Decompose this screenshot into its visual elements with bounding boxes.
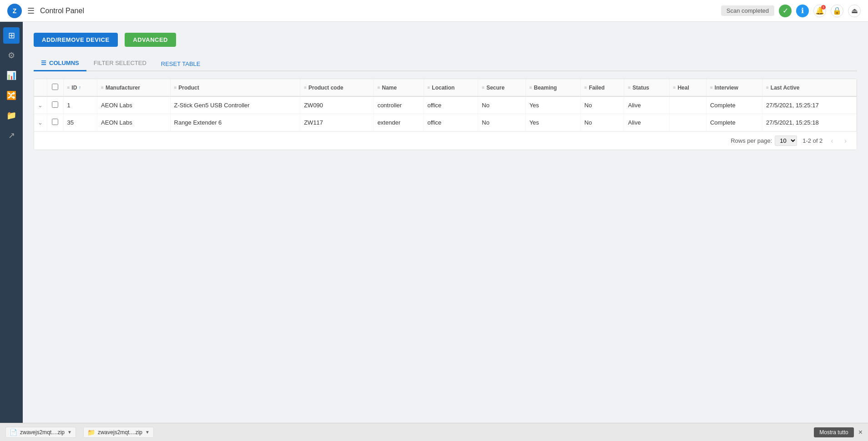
row-select-checkbox-0[interactable] bbox=[52, 101, 58, 108]
col-secure[interactable]: ≡ Secure bbox=[478, 79, 525, 96]
check-icon[interactable]: ✓ bbox=[779, 5, 792, 17]
secure-filter-icon: ≡ bbox=[482, 85, 484, 90]
device-table: ≡ ID ↑ ≡ Manufacturer bbox=[34, 79, 857, 131]
next-page-button[interactable]: › bbox=[842, 136, 849, 146]
add-remove-device-button[interactable]: ADD/REMOVE DEVICE bbox=[34, 33, 118, 47]
sidebar-item-share[interactable]: ↗ bbox=[3, 127, 20, 144]
sidebar-item-files[interactable]: 📁 bbox=[3, 107, 20, 124]
col-expand bbox=[34, 79, 47, 96]
row-status-0: Alive bbox=[624, 96, 669, 114]
location-filter-icon: ≡ bbox=[428, 85, 430, 90]
col-failed-label: Failed bbox=[589, 85, 605, 91]
download-icon-1: 📄 bbox=[10, 429, 17, 436]
row-heal-0 bbox=[669, 96, 706, 114]
col-interview[interactable]: ≡ Interview bbox=[706, 79, 762, 96]
col-manufacturer[interactable]: ≡ Manufacturer bbox=[97, 79, 170, 96]
row-heal-1 bbox=[669, 114, 706, 131]
download-item-1[interactable]: 📄 zwavejs2mqt....zip ▼ bbox=[5, 427, 76, 438]
table-row: ⌄ 35 AEON Labs Range Extender 6 ZW117 ex… bbox=[34, 114, 857, 131]
row-failed-0: No bbox=[580, 96, 624, 114]
notification-badge: 1 bbox=[821, 5, 826, 10]
bottombar-close-button[interactable]: × bbox=[858, 428, 863, 436]
pagination-row: Rows per page: 10 25 50 1-2 of 2 ‹ › bbox=[34, 131, 857, 150]
product-code-filter-icon: ≡ bbox=[304, 85, 307, 90]
row-secure-0: No bbox=[478, 96, 525, 114]
col-product-code[interactable]: ≡ Product code bbox=[300, 79, 373, 96]
sidebar-item-analytics[interactable]: 📊 bbox=[3, 67, 20, 84]
row-product-1: Range Extender 6 bbox=[170, 114, 300, 131]
lock-icon[interactable]: 🔒 bbox=[831, 5, 843, 17]
sidebar: ⊞ ⚙ 📊 🔀 📁 ↗ bbox=[0, 22, 23, 423]
last-active-filter-icon: ≡ bbox=[766, 85, 769, 90]
col-beaming-label: Beaming bbox=[534, 85, 557, 91]
prev-page-button[interactable]: ‹ bbox=[828, 136, 836, 146]
mostra-tutto-button[interactable]: Mostra tutto bbox=[814, 427, 853, 437]
row-location-0: office bbox=[424, 96, 478, 114]
row-last-active-1: 27/5/2021, 15:25:18 bbox=[762, 114, 856, 131]
row-manufacturer-0: AEON Labs bbox=[97, 96, 170, 114]
topbar-right: Scan completed ✓ ℹ 🔔 1 🔒 ⏏ bbox=[721, 5, 861, 17]
col-last-active-label: Last Active bbox=[771, 85, 800, 91]
row-checkbox-1[interactable] bbox=[47, 114, 63, 131]
filter-selected-tab[interactable]: FILTER SELECTED bbox=[86, 56, 154, 71]
row-name-1: extender bbox=[373, 114, 424, 131]
col-secure-label: Secure bbox=[486, 85, 505, 91]
row-interview-0: Complete bbox=[706, 96, 762, 114]
col-beaming[interactable]: ≡ Beaming bbox=[525, 79, 580, 96]
table-row: ⌄ 1 AEON Labs Z-Stick Gen5 USB Controlle… bbox=[34, 96, 857, 114]
row-secure-1: No bbox=[478, 114, 525, 131]
sidebar-item-settings[interactable]: ⚙ bbox=[3, 47, 20, 64]
row-location-1: office bbox=[424, 114, 478, 131]
col-checkbox-header[interactable] bbox=[47, 79, 63, 96]
col-interview-label: Interview bbox=[715, 85, 738, 91]
id-sort-icon[interactable]: ↑ bbox=[79, 85, 81, 90]
col-status[interactable]: ≡ Status bbox=[624, 79, 669, 96]
advanced-button[interactable]: ADVANCED bbox=[125, 33, 176, 47]
col-last-active[interactable]: ≡ Last Active bbox=[762, 79, 856, 96]
row-select-checkbox-1[interactable] bbox=[52, 119, 58, 125]
row-status-1: Alive bbox=[624, 114, 669, 131]
col-id[interactable]: ≡ ID ↑ bbox=[63, 79, 97, 96]
product-filter-icon: ≡ bbox=[174, 85, 177, 90]
reset-table-button[interactable]: RESET TABLE bbox=[154, 57, 208, 71]
exit-icon[interactable]: ⏏ bbox=[848, 5, 861, 17]
row-id-1: 35 bbox=[63, 114, 97, 131]
rows-per-page-label: Rows per page: 10 25 50 bbox=[731, 135, 797, 146]
id-filter-icon: ≡ bbox=[67, 85, 70, 90]
row-expand-1[interactable]: ⌄ bbox=[34, 114, 47, 131]
beaming-filter-icon: ≡ bbox=[530, 85, 532, 90]
app-logo[interactable]: Z bbox=[7, 4, 22, 18]
rows-per-page-select[interactable]: 10 25 50 bbox=[775, 135, 797, 146]
col-heal[interactable]: ≡ Heal bbox=[669, 79, 706, 96]
action-buttons-row: ADD/REMOVE DEVICE ADVANCED bbox=[34, 33, 857, 47]
heal-filter-icon: ≡ bbox=[673, 85, 676, 90]
columns-tab[interactable]: ☰ COLUMNS bbox=[34, 56, 86, 71]
name-filter-icon: ≡ bbox=[378, 85, 380, 90]
col-name[interactable]: ≡ Name bbox=[373, 79, 424, 96]
device-table-container: ≡ ID ↑ ≡ Manufacturer bbox=[34, 79, 857, 150]
row-product-code-0: ZW090 bbox=[300, 96, 373, 114]
chevron-down-icon-2[interactable]: ▼ bbox=[145, 430, 150, 435]
sidebar-item-dashboard[interactable]: ⊞ bbox=[3, 27, 20, 44]
content-area: ADD/REMOVE DEVICE ADVANCED ☰ COLUMNS FIL… bbox=[23, 22, 868, 423]
bell-icon[interactable]: 🔔 1 bbox=[813, 5, 826, 17]
download-filename-2: zwavejs2mqt....zip bbox=[98, 429, 142, 436]
row-checkbox-0[interactable] bbox=[47, 96, 63, 114]
interview-filter-icon: ≡ bbox=[710, 85, 713, 90]
row-product-0: Z-Stick Gen5 USB Controller bbox=[170, 96, 300, 114]
col-product-label: Product bbox=[178, 85, 199, 91]
col-product[interactable]: ≡ Product bbox=[170, 79, 300, 96]
menu-icon[interactable]: ☰ bbox=[27, 6, 35, 16]
col-failed[interactable]: ≡ Failed bbox=[580, 79, 624, 96]
chevron-down-icon-1[interactable]: ▼ bbox=[67, 430, 72, 435]
bottombar: 📄 zwavejs2mqt....zip ▼ 📁 zwavejs2mqt....… bbox=[0, 423, 868, 441]
row-id-0: 1 bbox=[63, 96, 97, 114]
toolbar-row: ☰ COLUMNS FILTER SELECTED RESET TABLE bbox=[34, 56, 857, 71]
select-all-checkbox[interactable] bbox=[52, 84, 58, 90]
row-expand-0[interactable]: ⌄ bbox=[34, 96, 47, 114]
sidebar-item-flows[interactable]: 🔀 bbox=[3, 87, 20, 104]
col-location[interactable]: ≡ Location bbox=[424, 79, 478, 96]
download-item-2[interactable]: 📁 zwavejs2mqt....zip ▼ bbox=[83, 427, 154, 438]
info-icon[interactable]: ℹ bbox=[796, 5, 809, 17]
row-product-code-1: ZW117 bbox=[300, 114, 373, 131]
